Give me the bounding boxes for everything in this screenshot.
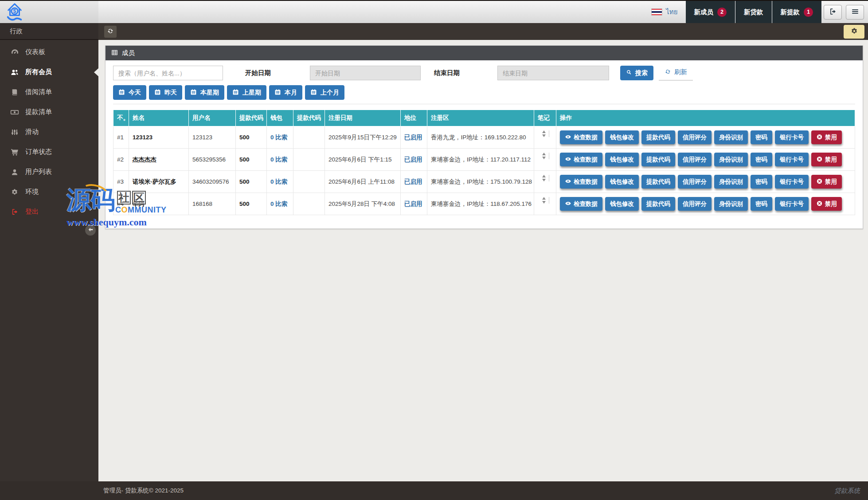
check-data-button[interactable]: 检查数据 bbox=[560, 153, 602, 166]
action-label: 检查数据 bbox=[574, 134, 598, 142]
quick-range-row: 今天 昨天 本星期 上星期 本月 上个月 bbox=[113, 85, 855, 100]
disable-button[interactable]: 禁用 bbox=[811, 130, 842, 144]
password-button[interactable]: 密码 bbox=[751, 153, 772, 166]
cell-withdraw-code2 bbox=[293, 126, 325, 149]
wallet-edit-button[interactable]: 钱包修改 bbox=[605, 175, 639, 189]
refresh-link-label: 刷新 bbox=[674, 68, 687, 76]
new-members-button[interactable]: 新成员 2 bbox=[686, 1, 735, 23]
table-grid-icon bbox=[111, 49, 118, 57]
range-last-month-button[interactable]: 上个月 bbox=[305, 85, 344, 100]
wallet-edit-button[interactable]: 钱包修改 bbox=[605, 197, 639, 211]
start-date-input[interactable] bbox=[310, 66, 421, 80]
credit-score-button[interactable]: 信用评分 bbox=[678, 153, 712, 166]
sidebar-item-withdraw-list[interactable]: 提款清单 bbox=[0, 102, 98, 122]
sidebar-item-environment[interactable]: 环境 bbox=[0, 182, 98, 202]
disable-button[interactable]: 禁用 bbox=[811, 153, 842, 166]
users-icon bbox=[10, 68, 20, 77]
note-spinner[interactable] bbox=[541, 197, 549, 204]
cell-username: 5653295356 bbox=[189, 149, 236, 171]
sidebar-item-loan-list[interactable]: 借阅清单 bbox=[0, 82, 98, 102]
note-spinner[interactable] bbox=[541, 130, 549, 137]
sidebar-item-logout[interactable]: 登出 bbox=[0, 202, 98, 222]
cell-withdraw-code: 500 bbox=[236, 193, 267, 215]
wallet-edit-button[interactable]: 钱包修改 bbox=[605, 153, 639, 166]
cell-no: #2 bbox=[113, 149, 129, 171]
bank-card-button[interactable]: 银行卡号 bbox=[775, 153, 809, 166]
app-logo[interactable]: $ bbox=[0, 1, 98, 23]
note-spinner[interactable] bbox=[541, 153, 549, 159]
check-data-button[interactable]: 检查数据 bbox=[560, 175, 602, 189]
note-spinner[interactable] bbox=[541, 175, 549, 181]
secondary-toolbar: 行政 bbox=[0, 23, 868, 40]
withdraw-code-button[interactable]: 提款代码 bbox=[641, 130, 675, 144]
new-loans-button[interactable]: 新贷款 bbox=[735, 1, 772, 23]
search-button[interactable]: 搜索 bbox=[620, 66, 653, 80]
eye-icon bbox=[565, 134, 571, 142]
password-button[interactable]: 密码 bbox=[751, 130, 772, 144]
cell-note bbox=[534, 149, 556, 171]
language-switcher[interactable]: ไทย bbox=[643, 1, 685, 23]
content-toolbar bbox=[98, 23, 868, 40]
range-this-week-button[interactable]: 本星期 bbox=[185, 85, 224, 100]
sidebar-item-user-list[interactable]: 用户列表 bbox=[0, 162, 98, 182]
range-this-month-button[interactable]: 本月 bbox=[269, 85, 302, 100]
identity-button[interactable]: 身份识别 bbox=[714, 130, 748, 144]
action-label: 密码 bbox=[755, 134, 767, 142]
new-withdrawals-button[interactable]: 新提款 1 bbox=[772, 1, 822, 23]
menu-toggle-button[interactable] bbox=[846, 5, 864, 20]
identity-button[interactable]: 身份识别 bbox=[714, 175, 748, 189]
end-date-input[interactable] bbox=[497, 66, 609, 80]
settings-gear-button[interactable] bbox=[844, 25, 864, 39]
withdraw-code-button[interactable]: 提款代码 bbox=[641, 175, 675, 189]
bank-card-button[interactable]: 银行卡号 bbox=[775, 175, 809, 189]
sidebar-item-dashboard[interactable]: 仪表板 bbox=[0, 42, 98, 62]
withdraw-code-button[interactable]: 提款代码 bbox=[641, 197, 675, 211]
cell-wallet: 0 比索 bbox=[267, 171, 293, 193]
sidebar-collapse-button[interactable] bbox=[85, 225, 96, 236]
calendar-icon bbox=[310, 89, 317, 97]
eye-icon bbox=[565, 200, 571, 208]
search-input[interactable] bbox=[113, 66, 223, 80]
refresh-page-button[interactable] bbox=[104, 26, 117, 38]
cell-note bbox=[534, 126, 556, 149]
sidebar-item-all-members[interactable]: 所有会员 bbox=[0, 62, 98, 82]
wallet-edit-button[interactable]: 钱包修改 bbox=[605, 130, 639, 144]
content-area: 成员 开始日期 结束日期 bbox=[98, 40, 868, 481]
logout-button[interactable] bbox=[824, 5, 842, 20]
refresh-link[interactable]: 刷新 bbox=[659, 65, 693, 81]
circle-x-icon bbox=[816, 178, 823, 186]
range-yesterday-button[interactable]: 昨天 bbox=[149, 85, 182, 100]
range-today-button[interactable]: 今天 bbox=[113, 85, 146, 100]
check-data-button[interactable]: 检查数据 bbox=[560, 130, 602, 144]
range-last-week-button[interactable]: 上星期 bbox=[227, 85, 266, 100]
refresh-icon bbox=[107, 28, 114, 36]
password-button[interactable]: 密码 bbox=[751, 175, 772, 189]
sidebar-item-sliders[interactable]: 滑动 bbox=[0, 122, 98, 142]
cell-no: #1 bbox=[113, 126, 129, 149]
action-label: 信用评分 bbox=[683, 156, 707, 164]
credit-score-button[interactable]: 信用评分 bbox=[678, 175, 712, 189]
check-data-button[interactable]: 检查数据 bbox=[560, 197, 602, 211]
credit-score-button[interactable]: 信用评分 bbox=[678, 130, 712, 144]
credit-score-button[interactable]: 信用评分 bbox=[678, 197, 712, 211]
disable-button[interactable]: 禁用 bbox=[811, 175, 842, 189]
sign-out-icon bbox=[829, 8, 837, 17]
disable-button[interactable]: 禁用 bbox=[811, 197, 842, 211]
new-loans-label: 新贷款 bbox=[744, 8, 763, 16]
sidebar-item-order-status[interactable]: 订单状态 bbox=[0, 142, 98, 162]
sidebar-item-label: 订单状态 bbox=[25, 148, 52, 156]
cell-note bbox=[534, 193, 556, 215]
bank-card-button[interactable]: 银行卡号 bbox=[775, 130, 809, 144]
bank-card-button[interactable]: 银行卡号 bbox=[775, 197, 809, 211]
status-badge: 已启用 bbox=[401, 193, 427, 215]
action-label: 身份识别 bbox=[719, 134, 743, 142]
action-label: 信用评分 bbox=[683, 178, 707, 186]
cell-wallet: 0 比索 bbox=[267, 149, 293, 171]
identity-button[interactable]: 身份识别 bbox=[714, 153, 748, 166]
action-label: 银行卡号 bbox=[780, 156, 804, 164]
identity-button[interactable]: 身份识别 bbox=[714, 197, 748, 211]
withdraw-code-button[interactable]: 提款代码 bbox=[641, 153, 675, 166]
notification-button-group: 新成员 2 新贷款 新提款 1 bbox=[686, 1, 822, 23]
password-button[interactable]: 密码 bbox=[751, 197, 772, 211]
tachometer-icon bbox=[10, 48, 20, 56]
